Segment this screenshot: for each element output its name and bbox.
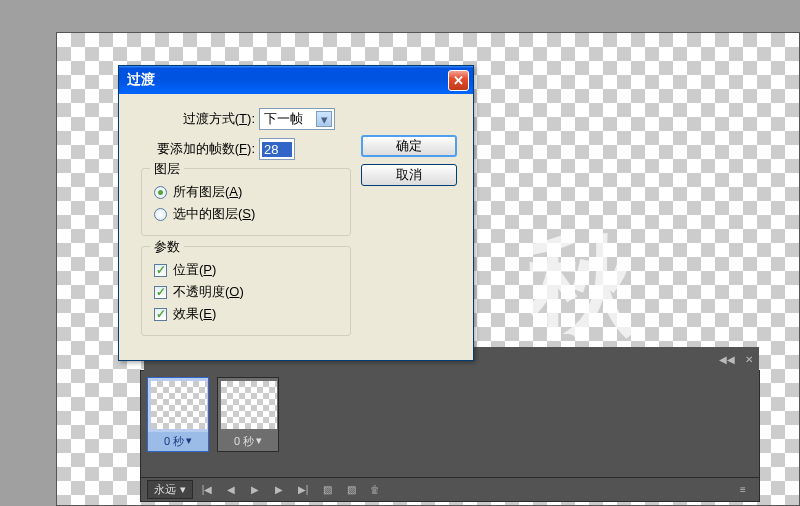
transition-method-row: 过渡方式(T): 下一帧 ▾	[131, 108, 461, 130]
duplicate-button[interactable]: ▧	[341, 481, 361, 499]
dialog-title: 过渡	[127, 71, 448, 89]
frames-to-add-label: 要添加的帧数(F):	[131, 140, 259, 158]
transition-method-label: 过渡方式(T):	[131, 110, 259, 128]
frames-value: 28	[262, 142, 292, 157]
ok-button[interactable]: 确定	[361, 135, 457, 157]
transition-method-select[interactable]: 下一帧 ▾	[259, 108, 335, 130]
close-button[interactable]: ✕	[448, 70, 469, 91]
loop-select[interactable]: 永远▾	[147, 480, 193, 499]
opacity-label: 不透明度(O)	[173, 283, 244, 301]
panel-menu-icon[interactable]: ≡	[733, 481, 753, 499]
selected-layer-radio[interactable]: 选中的图层(S)	[154, 205, 338, 223]
all-layers-radio[interactable]: 所有图层(A)	[154, 183, 338, 201]
dialog-body: 过渡方式(T): 下一帧 ▾ 要添加的帧数(F): 28 确定 取消 图层 所有…	[119, 94, 473, 360]
check-icon: ✓	[154, 264, 167, 277]
selected-layer-label: 选中的图层(S)	[173, 205, 255, 223]
panel-close-icon[interactable]: ✕	[743, 352, 755, 367]
frame-2-thumb	[221, 381, 277, 429]
frame-2-time[interactable]: 0 秒▾	[218, 432, 278, 451]
cancel-button[interactable]: 取消	[361, 164, 457, 186]
frames-to-add-input[interactable]: 28	[259, 138, 295, 160]
collapse-icon[interactable]: ◀◀	[717, 352, 737, 367]
prev-frame-button[interactable]: ◀	[221, 481, 241, 499]
frame-1-thumb	[151, 381, 207, 429]
opacity-checkbox[interactable]: ✓ 不透明度(O)	[154, 283, 338, 301]
playbar: 永远▾ |◀ ◀ ▶ ▶ ▶| ▧ ▧ 🗑 ≡	[141, 477, 759, 501]
frame-1-time[interactable]: 0 秒▾	[148, 432, 208, 451]
frame-1[interactable]: 0 秒▾	[147, 377, 209, 452]
tween-dialog: 过渡 ✕ 过渡方式(T): 下一帧 ▾ 要添加的帧数(F): 28 确定 取消 …	[118, 65, 474, 361]
titlebar: 过渡 ✕	[119, 66, 473, 94]
transition-method-value: 下一帧	[264, 110, 316, 128]
params-group: 参数 ✓ 位置(P) ✓ 不透明度(O) ✓ 效果(E)	[141, 246, 351, 336]
play-button[interactable]: ▶	[245, 481, 265, 499]
first-frame-button[interactable]: |◀	[197, 481, 217, 499]
frame-2[interactable]: 0 秒▾	[217, 377, 279, 452]
last-frame-button[interactable]: ▶|	[293, 481, 313, 499]
effects-checkbox[interactable]: ✓ 效果(E)	[154, 305, 338, 323]
check-icon: ✓	[154, 286, 167, 299]
effects-label: 效果(E)	[173, 305, 216, 323]
tween-button[interactable]: ▧	[317, 481, 337, 499]
trash-button[interactable]: 🗑	[365, 481, 385, 499]
position-checkbox[interactable]: ✓ 位置(P)	[154, 261, 338, 279]
radio-icon	[154, 208, 167, 221]
check-icon: ✓	[154, 308, 167, 321]
params-group-title: 参数	[150, 238, 184, 256]
radio-icon	[154, 186, 167, 199]
animation-panel: ◀◀ ✕ 0 秒▾ 0 秒▾ 永远▾ |◀ ◀ ▶ ▶ ▶| ▧ ▧ 🗑 ≡	[140, 370, 760, 502]
all-layers-label: 所有图层(A)	[173, 183, 242, 201]
layers-group-title: 图层	[150, 160, 184, 178]
next-frame-button[interactable]: ▶	[269, 481, 289, 499]
layers-group: 图层 所有图层(A) 选中的图层(S)	[141, 168, 351, 236]
chevron-down-icon: ▾	[316, 111, 332, 127]
frames-strip: 0 秒▾ 0 秒▾	[141, 371, 759, 452]
position-label: 位置(P)	[173, 261, 216, 279]
